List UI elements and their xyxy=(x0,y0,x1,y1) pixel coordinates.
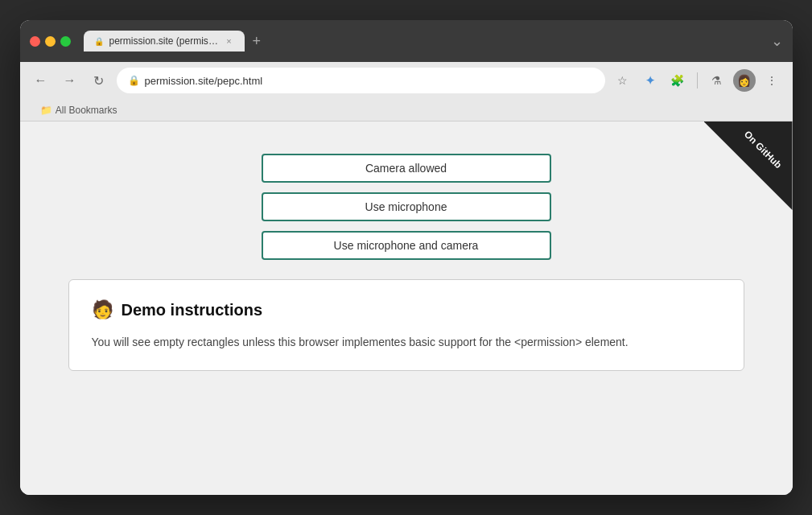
profile-avatar[interactable]: 👩 xyxy=(733,69,756,92)
tab-title: permission.site (permission e xyxy=(109,35,219,47)
demo-body-text: You will see empty rectangles unless thi… xyxy=(92,333,721,351)
refresh-button[interactable]: ↻ xyxy=(88,69,110,92)
address-bar: ← → ↻ 🔒 permission.site/pepc.html ☆ ✦ 🧩 … xyxy=(20,62,793,99)
maximize-window-button[interactable] xyxy=(60,36,71,47)
use-microphone-and-camera-button[interactable]: Use microphone and camera xyxy=(262,231,551,260)
bookmark-star-button[interactable]: ☆ xyxy=(612,69,634,92)
labs-button[interactable]: ⚗ xyxy=(706,69,728,92)
forward-button[interactable]: → xyxy=(59,69,81,92)
page-content: On GitHub Camera allowed Use microphone … xyxy=(20,122,793,495)
security-icon: 🔒 xyxy=(128,75,140,86)
toolbar-separator xyxy=(697,72,698,89)
demo-title: 🧑 Demo instructions xyxy=(92,299,721,320)
minimize-window-button[interactable] xyxy=(45,36,56,47)
all-bookmarks-label: All Bookmarks xyxy=(56,105,117,116)
bookmarks-spacer xyxy=(30,105,32,116)
use-microphone-button[interactable]: Use microphone xyxy=(262,192,551,221)
back-button[interactable]: ← xyxy=(30,69,52,92)
folder-icon: 📁 xyxy=(40,105,52,116)
tab-bar: 🔒 permission.site (permission e × + xyxy=(84,30,765,53)
url-text: permission.site/pepc.html xyxy=(145,75,594,87)
close-window-button[interactable] xyxy=(30,36,40,47)
address-bar-input[interactable]: 🔒 permission.site/pepc.html xyxy=(117,68,605,93)
demo-emoji-icon: 🧑 xyxy=(92,299,113,320)
demo-title-text: Demo instructions xyxy=(122,301,263,319)
window-menu-button[interactable]: ⌄ xyxy=(771,32,783,50)
demo-instructions-box: 🧑 Demo instructions You will see empty r… xyxy=(68,279,744,371)
camera-allowed-button[interactable]: Camera allowed xyxy=(262,154,551,183)
gemini-button[interactable]: ✦ xyxy=(639,69,662,92)
tab-close-button[interactable]: × xyxy=(224,35,235,47)
github-ribbon[interactable]: On GitHub xyxy=(704,122,793,210)
extension-button[interactable]: 🧩 xyxy=(666,69,689,92)
toolbar-icons: ☆ ✦ 🧩 ⚗ 👩 ⋮ xyxy=(612,69,783,92)
menu-button[interactable]: ⋮ xyxy=(760,69,783,92)
bookmarks-bar: 📁 All Bookmarks xyxy=(20,99,793,122)
title-bar: 🔒 permission.site (permission e × + ⌄ xyxy=(20,20,793,62)
traffic-lights xyxy=(30,36,71,47)
tab-favicon-icon: 🔒 xyxy=(93,35,105,47)
permission-buttons: Camera allowed Use microphone Use microp… xyxy=(262,154,551,260)
all-bookmarks-item[interactable]: 📁 All Bookmarks xyxy=(35,103,122,117)
browser-window: 🔒 permission.site (permission e × + ⌄ ← … xyxy=(20,20,793,495)
new-tab-button[interactable]: + xyxy=(248,30,266,53)
active-tab[interactable]: 🔒 permission.site (permission e × xyxy=(84,31,245,52)
